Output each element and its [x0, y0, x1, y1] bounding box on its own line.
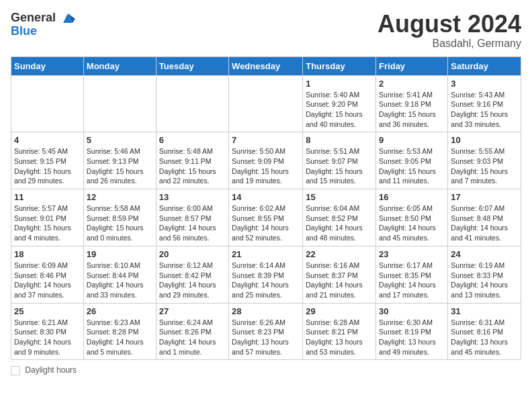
day-number: 23 — [379, 249, 445, 259]
calendar-cell: 30Sunrise: 6:30 AM Sunset: 8:19 PM Dayli… — [376, 303, 448, 360]
calendar-cell: 25Sunrise: 6:21 AM Sunset: 8:30 PM Dayli… — [11, 303, 84, 360]
calendar-cell: 13Sunrise: 6:00 AM Sunset: 8:57 PM Dayli… — [156, 189, 228, 246]
day-number: 31 — [451, 306, 518, 316]
cell-sun-info: Sunrise: 5:48 AM Sunset: 9:11 PM Dayligh… — [159, 146, 226, 186]
cell-sun-info: Sunrise: 6:17 AM Sunset: 8:35 PM Dayligh… — [379, 261, 445, 300]
calendar-cell: 5Sunrise: 5:46 AM Sunset: 9:13 PM Daylig… — [83, 132, 156, 189]
cell-sun-info: Sunrise: 6:31 AM Sunset: 8:16 PM Dayligh… — [451, 318, 518, 357]
day-number: 5 — [87, 135, 153, 145]
calendar-week-row: 4Sunrise: 5:45 AM Sunset: 9:15 PM Daylig… — [11, 132, 521, 189]
day-number: 8 — [306, 135, 373, 145]
calendar-cell: 14Sunrise: 6:02 AM Sunset: 8:55 PM Dayli… — [229, 189, 303, 246]
calendar-cell: 22Sunrise: 6:16 AM Sunset: 8:37 PM Dayli… — [303, 246, 376, 303]
day-number: 11 — [14, 192, 81, 202]
title-section: August 2024 Basdahl, Germany — [378, 11, 521, 50]
col-wednesday: Wednesday — [229, 56, 303, 75]
cell-sun-info: Sunrise: 6:21 AM Sunset: 8:30 PM Dayligh… — [14, 318, 81, 357]
cell-sun-info: Sunrise: 6:12 AM Sunset: 8:42 PM Dayligh… — [159, 261, 226, 300]
day-number: 17 — [451, 192, 518, 202]
logo: General Blue — [11, 11, 75, 38]
cell-sun-info: Sunrise: 5:41 AM Sunset: 9:18 PM Dayligh… — [379, 90, 445, 130]
cell-sun-info: Sunrise: 6:05 AM Sunset: 8:50 PM Dayligh… — [379, 203, 445, 243]
cell-sun-info: Sunrise: 6:23 AM Sunset: 8:28 PM Dayligh… — [87, 318, 153, 357]
cell-sun-info: Sunrise: 6:02 AM Sunset: 8:55 PM Dayligh… — [232, 203, 300, 243]
day-number: 14 — [232, 192, 300, 202]
day-number: 6 — [159, 135, 226, 145]
day-number: 25 — [14, 306, 81, 316]
calendar-week-row: 18Sunrise: 6:09 AM Sunset: 8:46 PM Dayli… — [11, 246, 521, 303]
col-monday: Monday — [83, 56, 156, 75]
day-number: 24 — [451, 249, 518, 259]
calendar-cell: 26Sunrise: 6:23 AM Sunset: 8:28 PM Dayli… — [83, 303, 156, 360]
day-number: 16 — [379, 192, 445, 202]
day-number: 2 — [379, 79, 445, 89]
calendar-cell — [156, 75, 228, 132]
cell-sun-info: Sunrise: 5:58 AM Sunset: 8:59 PM Dayligh… — [87, 203, 153, 243]
day-number: 7 — [232, 135, 300, 145]
calendar-cell — [83, 75, 156, 132]
day-number: 30 — [379, 306, 445, 316]
cell-sun-info: Sunrise: 6:00 AM Sunset: 8:57 PM Dayligh… — [159, 203, 226, 243]
footer: Daylight hours — [11, 365, 521, 375]
page-header: General Blue August 2024 Basdahl, German… — [11, 11, 521, 50]
day-number: 19 — [87, 249, 153, 259]
day-number: 20 — [159, 249, 226, 259]
cell-sun-info: Sunrise: 5:51 AM Sunset: 9:07 PM Dayligh… — [306, 146, 373, 186]
day-number: 1 — [306, 79, 373, 89]
calendar-cell: 7Sunrise: 5:50 AM Sunset: 9:09 PM Daylig… — [229, 132, 303, 189]
calendar-cell: 18Sunrise: 6:09 AM Sunset: 8:46 PM Dayli… — [11, 246, 84, 303]
day-number: 12 — [87, 192, 153, 202]
cell-sun-info: Sunrise: 6:30 AM Sunset: 8:19 PM Dayligh… — [379, 318, 445, 357]
calendar-week-row: 25Sunrise: 6:21 AM Sunset: 8:30 PM Dayli… — [11, 303, 521, 360]
calendar-week-row: 11Sunrise: 5:57 AM Sunset: 9:01 PM Dayli… — [11, 189, 521, 246]
calendar-cell: 31Sunrise: 6:31 AM Sunset: 8:16 PM Dayli… — [448, 303, 521, 360]
calendar-cell: 12Sunrise: 5:58 AM Sunset: 8:59 PM Dayli… — [83, 189, 156, 246]
calendar-cell: 21Sunrise: 6:14 AM Sunset: 8:39 PM Dayli… — [229, 246, 303, 303]
month-year-title: August 2024 — [378, 11, 521, 38]
calendar-cell: 2Sunrise: 5:41 AM Sunset: 9:18 PM Daylig… — [376, 75, 448, 132]
col-thursday: Thursday — [303, 56, 376, 75]
calendar-table: Sunday Monday Tuesday Wednesday Thursday… — [11, 56, 521, 361]
day-number: 21 — [232, 249, 300, 259]
calendar-cell: 8Sunrise: 5:51 AM Sunset: 9:07 PM Daylig… — [303, 132, 376, 189]
logo-line1: General — [11, 11, 56, 24]
calendar-header-row: Sunday Monday Tuesday Wednesday Thursday… — [11, 56, 521, 75]
calendar-cell: 3Sunrise: 5:43 AM Sunset: 9:16 PM Daylig… — [448, 75, 521, 132]
footer-label: Daylight hours — [25, 365, 77, 375]
calendar-cell: 9Sunrise: 5:53 AM Sunset: 9:05 PM Daylig… — [376, 132, 448, 189]
day-number: 22 — [306, 249, 373, 259]
calendar-cell: 17Sunrise: 6:07 AM Sunset: 8:48 PM Dayli… — [448, 189, 521, 246]
cell-sun-info: Sunrise: 6:19 AM Sunset: 8:33 PM Dayligh… — [451, 261, 518, 300]
col-tuesday: Tuesday — [156, 56, 228, 75]
calendar-week-row: 1Sunrise: 5:40 AM Sunset: 9:20 PM Daylig… — [11, 75, 521, 132]
calendar-cell: 23Sunrise: 6:17 AM Sunset: 8:35 PM Dayli… — [376, 246, 448, 303]
col-sunday: Sunday — [11, 56, 84, 75]
cell-sun-info: Sunrise: 6:24 AM Sunset: 8:26 PM Dayligh… — [159, 318, 226, 357]
calendar-cell: 28Sunrise: 6:26 AM Sunset: 8:23 PM Dayli… — [229, 303, 303, 360]
location-subtitle: Basdahl, Germany — [378, 38, 521, 50]
cell-sun-info: Sunrise: 6:04 AM Sunset: 8:52 PM Dayligh… — [306, 203, 373, 243]
calendar-cell — [11, 75, 84, 132]
calendar-cell: 24Sunrise: 6:19 AM Sunset: 8:33 PM Dayli… — [448, 246, 521, 303]
cell-sun-info: Sunrise: 6:26 AM Sunset: 8:23 PM Dayligh… — [232, 318, 300, 357]
calendar-cell: 16Sunrise: 6:05 AM Sunset: 8:50 PM Dayli… — [376, 189, 448, 246]
cell-sun-info: Sunrise: 5:43 AM Sunset: 9:16 PM Dayligh… — [451, 90, 518, 130]
calendar-cell: 19Sunrise: 6:10 AM Sunset: 8:44 PM Dayli… — [83, 246, 156, 303]
calendar-cell: 20Sunrise: 6:12 AM Sunset: 8:42 PM Dayli… — [156, 246, 228, 303]
cell-sun-info: Sunrise: 6:28 AM Sunset: 8:21 PM Dayligh… — [306, 318, 373, 357]
day-number: 15 — [306, 192, 373, 202]
day-number: 4 — [14, 135, 81, 145]
calendar-cell — [229, 75, 303, 132]
cell-sun-info: Sunrise: 6:10 AM Sunset: 8:44 PM Dayligh… — [87, 261, 153, 300]
calendar-cell: 10Sunrise: 5:55 AM Sunset: 9:03 PM Dayli… — [448, 132, 521, 189]
cell-sun-info: Sunrise: 6:09 AM Sunset: 8:46 PM Dayligh… — [14, 261, 81, 300]
calendar-cell: 6Sunrise: 5:48 AM Sunset: 9:11 PM Daylig… — [156, 132, 228, 189]
cell-sun-info: Sunrise: 5:53 AM Sunset: 9:05 PM Dayligh… — [379, 146, 445, 186]
day-number: 9 — [379, 135, 445, 145]
day-number: 3 — [451, 79, 518, 89]
day-number: 29 — [306, 306, 373, 316]
day-number: 10 — [451, 135, 518, 145]
footer-box-icon — [11, 366, 20, 375]
cell-sun-info: Sunrise: 5:46 AM Sunset: 9:13 PM Dayligh… — [87, 146, 153, 186]
calendar-cell: 1Sunrise: 5:40 AM Sunset: 9:20 PM Daylig… — [303, 75, 376, 132]
